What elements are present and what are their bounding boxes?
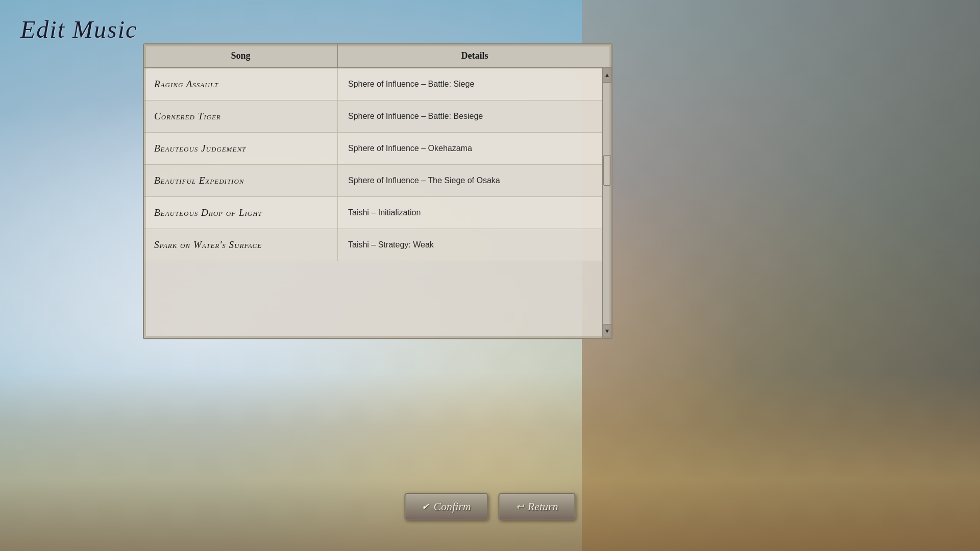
song-cell: Cornered Tiger <box>144 101 338 132</box>
scrollbar-thumb-area <box>603 83 611 324</box>
details-cell: Taishi – Strategy: Weak <box>338 229 602 261</box>
song-cell: Beautiful Expedition <box>144 165 338 196</box>
details-cell: Sphere of Influence – Battle: Besiege <box>338 101 602 132</box>
song-cell: Raging Assault <box>144 68 338 100</box>
bottom-battle-art <box>0 372 980 551</box>
song-cell: Beauteous Judgement <box>144 133 338 164</box>
confirm-label: Confirm <box>433 500 471 513</box>
bottom-buttons: ✔ Confirm ↩ Return <box>404 493 575 520</box>
table-row[interactable]: Beautiful ExpeditionSphere of Influence … <box>144 165 602 197</box>
column-header-song: Song <box>144 44 338 67</box>
table-row[interactable]: Raging AssaultSphere of Influence – Batt… <box>144 68 602 101</box>
music-table: Song Details Raging AssaultSphere of Inf… <box>144 44 611 338</box>
song-cell: Beauteous Drop of Light <box>144 197 338 229</box>
table-body-wrapper: Raging AssaultSphere of Influence – Batt… <box>144 68 611 338</box>
return-button[interactable]: ↩ Return <box>499 493 576 520</box>
return-label: Return <box>528 500 558 513</box>
scrollbar-up-button[interactable]: ▲ <box>603 68 612 83</box>
return-icon: ↩ <box>516 501 524 512</box>
details-cell: Sphere of Influence – Battle: Siege <box>338 68 602 100</box>
table-body[interactable]: Raging AssaultSphere of Influence – Batt… <box>144 68 602 338</box>
table-row[interactable]: Beauteous JudgementSphere of Influence –… <box>144 133 602 165</box>
details-cell: Sphere of Influence – The Siege of Osaka <box>338 165 602 196</box>
main-panel: Song Details Raging AssaultSphere of Inf… <box>143 43 612 339</box>
song-cell: Spark on Water's Surface <box>144 229 338 261</box>
page-title: Edit Music <box>20 15 137 43</box>
scrollbar-down-button[interactable]: ▼ <box>603 324 612 338</box>
scrollbar-track: ▲ ▼ <box>602 68 611 338</box>
table-row[interactable]: Beauteous Drop of LightTaishi – Initiali… <box>144 197 602 229</box>
column-header-details: Details <box>338 44 611 67</box>
details-cell: Sphere of Influence – Okehazama <box>338 133 602 164</box>
table-header: Song Details <box>144 44 611 68</box>
scrollbar-thumb[interactable] <box>603 155 611 186</box>
confirm-button[interactable]: ✔ Confirm <box>404 493 488 520</box>
table-row[interactable]: Cornered TigerSphere of Influence – Batt… <box>144 101 602 133</box>
table-row[interactable]: Spark on Water's SurfaceTaishi – Strateg… <box>144 229 602 261</box>
confirm-icon: ✔ <box>422 501 429 512</box>
details-cell: Taishi – Initialization <box>338 197 602 229</box>
